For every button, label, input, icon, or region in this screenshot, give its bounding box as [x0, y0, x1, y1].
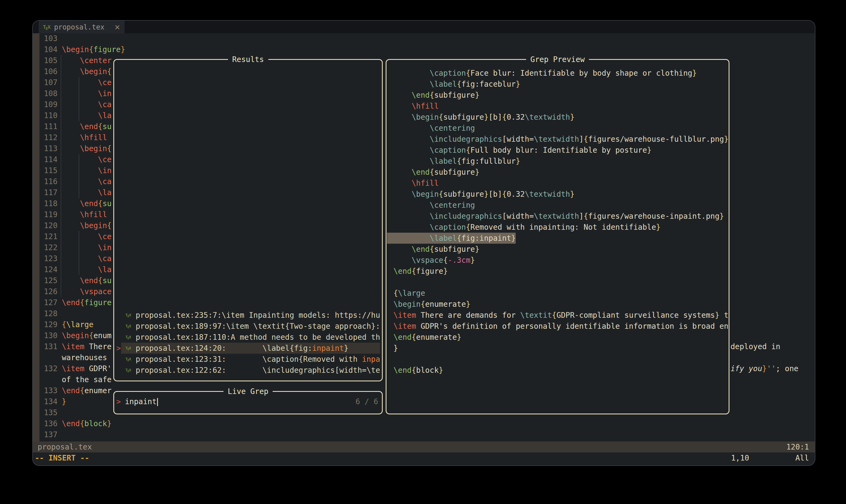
line-number: 127: [38, 297, 57, 308]
preview-line: \hfill: [386, 101, 728, 112]
line-number: 133: [38, 385, 57, 396]
preview-line: \includegraphics[width=\textwidth]{figur…: [386, 211, 728, 222]
results-list: TEXproposal.tex:235:7:\item Inpainting m…: [114, 310, 381, 380]
preview-line: \includegraphics[width=\textwidth]{figur…: [386, 134, 728, 145]
preview-line: \caption{Removed with inpainting: Not id…: [386, 222, 728, 233]
live-grep-query[interactable]: inpaint: [125, 396, 158, 407]
grep-result-item[interactable]: >TEXproposal.tex:124:20: \label{fig:inpa…: [114, 343, 381, 354]
indent-guide: [61, 55, 61, 297]
line-number: 109: [38, 99, 57, 110]
tab-proposal-tex[interactable]: TEX proposal.tex ×: [39, 21, 125, 33]
tex-file-icon: TEX: [125, 310, 131, 321]
editor-line[interactable]: 103: [33, 33, 815, 44]
command-line: -- INSERT -- 1,10 All: [33, 452, 815, 465]
line-number: 128: [38, 308, 57, 319]
live-grep-input[interactable]: > inpaint 6 / 6: [114, 396, 382, 407]
tex-file-icon: TEX: [125, 343, 131, 354]
selection-caret-icon: >: [116, 343, 121, 354]
line-number: 118: [38, 198, 57, 209]
line-number: 106: [38, 66, 57, 77]
line-number: 131: [38, 341, 57, 352]
preview-line: {\large: [386, 288, 728, 299]
line-number: 126: [38, 286, 57, 297]
line-number: 121: [38, 231, 57, 242]
line-number: 136: [38, 418, 57, 429]
tex-file-icon: TEX: [43, 24, 50, 30]
tex-file-icon: TEX: [125, 354, 131, 365]
line-number: 104: [38, 44, 57, 55]
preview-line: \begin{subfigure}[b]{0.32\textwidth}: [386, 112, 728, 123]
preview-line: \vspace{-.3cm}: [386, 255, 728, 266]
tex-file-icon: TEX: [125, 332, 131, 343]
preview-line: \end{subfigure}: [386, 167, 728, 178]
tab-close-icon[interactable]: ×: [114, 23, 120, 31]
line-number: 134: [38, 396, 57, 407]
grep-result-item[interactable]: TEXproposal.tex:122:62: \includegraphics…: [114, 365, 381, 376]
grep-result-item[interactable]: TEXproposal.tex:189:97:\item \textit{Two…: [114, 321, 381, 332]
preview-line: \begin{subfigure}[b]{0.32\textwidth}: [386, 189, 728, 200]
line-number: 108: [38, 88, 57, 99]
grep-result-item[interactable]: TEXproposal.tex:187:110:A method needs t…: [114, 332, 381, 343]
line-number: 119: [38, 209, 57, 220]
tab-filename: proposal.tex: [54, 23, 110, 31]
line-number: 124: [38, 264, 57, 275]
preview-line: [386, 354, 728, 365]
preview-line: \label{fig:fullblur}: [386, 156, 728, 167]
preview-line: }: [386, 343, 728, 354]
preview-line: [386, 277, 728, 288]
preview-line: \end{subfigure}: [386, 90, 728, 101]
editor-text-fragment: ify you}''; one: [730, 363, 798, 374]
preview-line: \end{block}: [386, 365, 728, 376]
preview-line: \item GDPR's definition of personally id…: [386, 321, 728, 332]
preview-line: \end{subfigure}: [386, 244, 728, 255]
line-number: 123: [38, 253, 57, 264]
line-number: 130: [38, 330, 57, 341]
live-grep-panel: Live Grep > inpaint 6 / 6: [113, 391, 383, 414]
prompt-caret-icon: >: [116, 396, 121, 407]
editor-line[interactable]: 104\begin{figure}: [33, 44, 815, 55]
live-grep-panel-title: Live Grep: [223, 386, 273, 397]
indent-guide: [79, 231, 79, 275]
indent-guide: [79, 154, 79, 198]
preview-line: \end{enumerate}: [386, 332, 728, 343]
line-number: 111: [38, 121, 57, 132]
preview-line: \centering: [386, 200, 728, 211]
statusline: proposal.tex 120:1: [33, 442, 815, 452]
mode-indicator: -- INSERT --: [35, 452, 89, 464]
preview-line: \centering: [386, 123, 728, 134]
results-panel-title: Results: [228, 54, 268, 65]
ruler-cursor-pos: 1,10: [731, 452, 749, 464]
line-number: 117: [38, 187, 57, 198]
line-number: 129: [38, 319, 57, 330]
desktop-background: TEX proposal.tex × 103104\begin{figure}1…: [0, 0, 846, 504]
neovim-window: TEX proposal.tex × 103104\begin{figure}1…: [32, 20, 815, 466]
editor-line[interactable]: 136\end{block}: [33, 418, 815, 429]
preview-line: \hfill: [386, 178, 728, 189]
editor-line[interactable]: 137: [33, 429, 815, 440]
grep-preview-panel: Grep Preview \caption{Face blur: Identif…: [386, 59, 729, 414]
line-number: 107: [38, 77, 57, 88]
preview-line: \item There are demands for \textit{GDPR…: [386, 310, 728, 321]
line-number: 115: [38, 165, 57, 176]
grep-preview-panel-title: Grep Preview: [526, 54, 589, 65]
line-number: 113: [38, 143, 57, 154]
result-counter: 6 / 6: [356, 396, 378, 407]
line-number: 103: [38, 33, 57, 44]
editor-text-fragment: deployed in: [730, 341, 780, 352]
grep-result-item[interactable]: TEXproposal.tex:235:7:\item Inpainting m…: [114, 310, 381, 321]
preview-line: \label{fig:faceblur}: [386, 79, 728, 90]
line-number: 120: [38, 220, 57, 231]
line-number: 125: [38, 275, 57, 286]
line-number: 114: [38, 154, 57, 165]
grep-result-item[interactable]: TEXproposal.tex:123:31: \caption{Removed…: [114, 354, 381, 365]
preview-line-highlighted: \label{fig:inpaint}: [386, 233, 728, 244]
results-panel: Results TEXproposal.tex:235:7:\item Inpa…: [113, 59, 383, 381]
preview-lines: \caption{Face blur: Identifiable by body…: [386, 68, 728, 413]
tex-file-icon: TEX: [125, 321, 131, 332]
preview-line: \caption{Face blur: Identifiable by body…: [386, 68, 728, 79]
text-cursor: [157, 398, 158, 406]
line-number: 110: [38, 110, 57, 121]
line-number: 122: [38, 242, 57, 253]
statusline-filename: proposal.tex: [38, 442, 92, 452]
line-number: 135: [38, 407, 57, 418]
